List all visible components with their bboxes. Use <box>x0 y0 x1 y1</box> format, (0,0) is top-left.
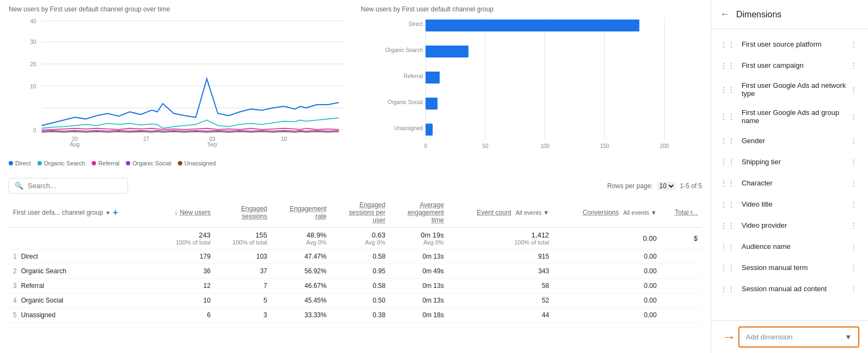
row-new-users: 10 <box>156 293 215 308</box>
drag-handle-icon: ⋮⋮ <box>720 40 735 49</box>
total-revenue: $ <box>661 228 702 249</box>
row-engaged-sessions: 5 <box>215 293 271 308</box>
svg-text:0: 0 <box>424 143 427 149</box>
sidebar-item[interactable]: ⋮⋮ Session manual ad content ⋮ <box>711 278 868 299</box>
col-avg-engagement-label: Averageengagementtime <box>407 201 444 224</box>
svg-text:27: 27 <box>143 136 150 142</box>
filter-icon: ▼ <box>105 210 111 216</box>
svg-text:100: 100 <box>540 143 550 149</box>
back-button[interactable]: ← <box>720 9 730 20</box>
svg-rect-32 <box>426 20 640 31</box>
row-avg-engagement: 0m 13s <box>390 279 448 293</box>
row-new-users: 36 <box>156 264 215 279</box>
table-row: 4Organic Social 10 5 45.45% 0.50 0m 13s … <box>9 293 702 308</box>
sidebar-item[interactable]: ⋮⋮ First user Google Ads ad group name ⋮ <box>711 103 868 130</box>
search-box[interactable]: 🔍 <box>9 178 128 194</box>
col-engaged-sessions[interactable]: Engagedsessions <box>215 198 271 228</box>
more-options-icon[interactable]: ⋮ <box>848 262 859 273</box>
add-column-button[interactable]: + <box>113 208 118 217</box>
more-options-icon[interactable]: ⋮ <box>848 112 859 122</box>
row-avg-engagement: 0m 13s <box>390 249 448 264</box>
row-engaged-sessions: 103 <box>215 249 271 264</box>
row-engagement-rate: 56.92% <box>272 264 331 279</box>
sidebar-item[interactable]: ⋮⋮ First user source platform ⋮ <box>711 34 868 55</box>
sidebar-item[interactable]: ⋮⋮ Video title ⋮ <box>711 194 868 215</box>
drag-handle-icon: ⋮⋮ <box>720 179 735 188</box>
col-conversions[interactable]: Conversions All events ▼ <box>553 198 661 228</box>
drag-handle-icon: ⋮⋮ <box>720 221 735 230</box>
line-chart: 40 30 20 10 0 20 Aug 27 03 Sep 10 <box>9 15 350 156</box>
row-total-revenue <box>661 249 702 264</box>
more-options-icon[interactable]: ⋮ <box>848 199 859 209</box>
rows-per-page-label: Rows per page: <box>607 182 653 190</box>
bar-chart: Direct Organic Search Referral Organic S… <box>361 15 702 156</box>
more-options-icon[interactable]: ⋮ <box>848 157 859 167</box>
svg-text:20: 20 <box>30 61 36 67</box>
row-total-revenue <box>661 279 702 293</box>
row-engagement-rate: 33.33% <box>272 308 331 323</box>
sidebar-item-label: Gender <box>742 137 848 145</box>
col-event-count-label: Event count <box>477 209 511 216</box>
more-options-icon[interactable]: ⋮ <box>848 60 859 70</box>
table-row: 3Referral 12 7 46.67% 0.58 0m 13s 58 0.0… <box>9 279 702 293</box>
svg-text:Unassigned: Unassigned <box>394 125 423 131</box>
drag-handle-icon: ⋮⋮ <box>720 112 735 121</box>
col-engaged-per-user[interactable]: Engagedsessions peruser <box>331 198 390 228</box>
table-controls: 🔍 Rows per page: 10 25 50 1-5 of 5 <box>9 178 702 194</box>
event-count-filter[interactable]: All events ▼ <box>515 209 549 216</box>
row-conversions: 0.00 <box>553 249 661 264</box>
drag-handle-icon: ⋮⋮ <box>720 137 735 145</box>
col-event-count[interactable]: Event count All events ▼ <box>448 198 553 228</box>
table-row: 2Organic Search 36 37 56.92% 0.95 0m 49s… <box>9 264 702 279</box>
more-options-icon[interactable]: ⋮ <box>848 284 859 294</box>
row-engaged-per-user: 0.95 <box>331 264 390 279</box>
more-options-icon[interactable]: ⋮ <box>848 220 859 230</box>
data-table: First user defa... channel group ▼ + ↓ N… <box>9 198 702 323</box>
search-input[interactable] <box>28 182 122 190</box>
col-engagement-rate[interactable]: Engagementrate <box>272 198 331 228</box>
sidebar-item[interactable]: ⋮⋮ Session manual term ⋮ <box>711 257 868 278</box>
svg-text:150: 150 <box>600 143 609 149</box>
row-total-revenue <box>661 293 702 308</box>
col-new-users[interactable]: ↓ New users <box>156 198 215 228</box>
conversions-filter[interactable]: All events ▼ <box>623 209 657 216</box>
row-avg-engagement: 0m 13s <box>390 293 448 308</box>
row-total-revenue <box>661 264 702 279</box>
sidebar-item-label: Audience name <box>742 242 848 251</box>
sidebar-item[interactable]: ⋮⋮ Character ⋮ <box>711 172 868 194</box>
sidebar-item[interactable]: ⋮⋮ Video provider ⋮ <box>711 215 868 236</box>
add-dimension-button[interactable]: Add dimension ▼ <box>738 326 859 348</box>
col-total-revenue[interactable]: Total r... <box>661 198 702 228</box>
svg-text:Organic Social: Organic Social <box>387 99 423 105</box>
row-engagement-rate: 45.45% <box>272 293 331 308</box>
sidebar-item-label: Session manual term <box>742 264 848 272</box>
svg-rect-36 <box>426 124 433 136</box>
sidebar-item[interactable]: ⋮⋮ Shipping tier ⋮ <box>711 151 868 172</box>
dim-col-label: First user defa... channel group <box>13 209 103 216</box>
rows-per-page-select[interactable]: 10 25 50 <box>657 182 675 190</box>
col-avg-engagement[interactable]: Averageengagementtime <box>390 198 448 228</box>
sort-down-icon: ↓ <box>174 209 177 216</box>
more-options-icon[interactable]: ⋮ <box>848 241 859 252</box>
sidebar-item[interactable]: ⋮⋮ First user Google Ads ad network type… <box>711 76 868 103</box>
sidebar-item-label: Shipping tier <box>742 158 848 166</box>
legend-unassigned: Unassigned <box>178 160 216 166</box>
total-conversions: 0.00 <box>553 228 661 249</box>
dimensions-sidebar: ← Dimensions ⋮⋮ First user source platfo… <box>711 0 868 353</box>
more-options-icon[interactable]: ⋮ <box>848 178 859 188</box>
dim-col-header[interactable]: First user defa... channel group ▼ + <box>9 198 156 228</box>
more-options-icon[interactable]: ⋮ <box>848 85 859 95</box>
row-engagement-rate: 47.47% <box>272 249 331 264</box>
more-options-icon[interactable]: ⋮ <box>848 136 859 146</box>
sidebar-item-label: First user campaign <box>742 61 848 69</box>
svg-rect-35 <box>426 98 438 110</box>
sidebar-item[interactable]: ⋮⋮ Gender ⋮ <box>711 130 868 151</box>
search-icon: 🔍 <box>15 182 23 190</box>
line-chart-title: New users by First user default channel … <box>9 5 350 13</box>
more-options-icon[interactable]: ⋮ <box>848 39 859 49</box>
sidebar-item[interactable]: ⋮⋮ Audience name ⋮ <box>711 236 868 257</box>
row-engaged-sessions: 37 <box>215 264 271 279</box>
row-engaged-per-user: 0.50 <box>331 293 390 308</box>
row-event-count: 58 <box>448 279 553 293</box>
sidebar-item[interactable]: ⋮⋮ First user campaign ⋮ <box>711 55 868 76</box>
